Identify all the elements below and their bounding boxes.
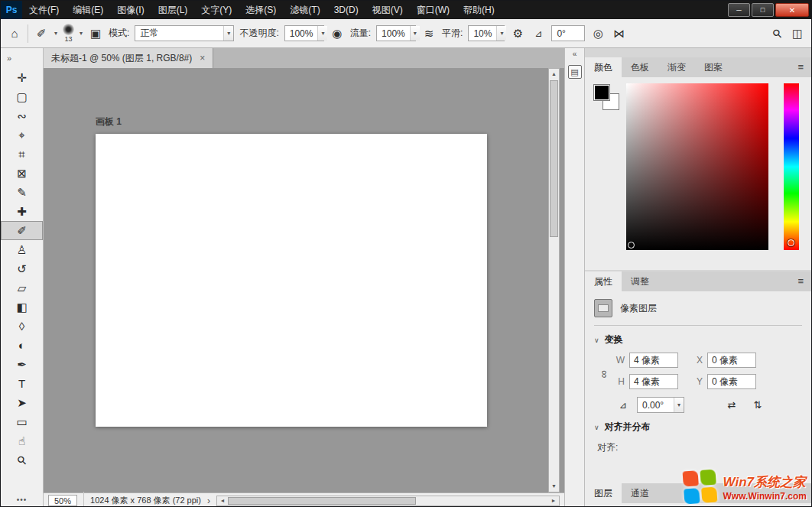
hue-slider[interactable] [784, 83, 799, 250]
edit-toolbar-button[interactable]: ••• [1, 496, 43, 504]
menu-view[interactable]: 视图(V) [365, 1, 410, 19]
lasso-tool[interactable]: ∾ [1, 106, 43, 125]
flip-horizontal-icon[interactable]: ⇄ [723, 399, 741, 411]
close-button[interactable]: ✕ [775, 3, 809, 17]
workspace-switcher-icon[interactable]: ◫ [790, 27, 805, 41]
link-dimensions[interactable]: ∞ [594, 353, 615, 395]
move-tool[interactable]: ✛ [1, 68, 43, 87]
minimize-button[interactable]: ─ [728, 3, 750, 17]
menu-3d[interactable]: 3D(D) [327, 1, 365, 19]
frame-tool[interactable]: ⊠ [1, 164, 43, 183]
zoom-level-field[interactable]: 50% [48, 495, 77, 506]
tab-patterns[interactable]: 图案 [695, 57, 732, 77]
menu-layer[interactable]: 图层(L) [151, 1, 195, 19]
smoothing-select[interactable]: 10% ▾ [468, 25, 505, 41]
hand-tool[interactable]: ☝ [1, 431, 43, 450]
maximize-button[interactable]: □ [752, 3, 774, 17]
menu-file[interactable]: 文件(F) [22, 1, 66, 19]
gradient-tool[interactable]: ◧ [1, 297, 43, 317]
width-field[interactable]: 4 像素 [629, 353, 678, 368]
paint-symmetry-icon[interactable]: ⋈ [611, 27, 626, 41]
tab-properties[interactable]: 属性 [585, 271, 622, 291]
menu-bar: Ps 文件(F) 编辑(E) 图像(I) 图层(L) 文字(Y) 选择(S) 滤… [1, 1, 811, 19]
tab-swatches[interactable]: 色板 [622, 57, 658, 77]
brush-settings-panel-icon[interactable]: ▣ [88, 27, 103, 41]
tab-color[interactable]: 颜色 [585, 57, 622, 77]
brush-angle-field[interactable]: 0° [551, 25, 585, 41]
scroll-left-icon[interactable]: ◄ [217, 498, 228, 503]
blur-tool[interactable]: ◊ [1, 317, 43, 336]
clone-stamp-tool[interactable]: ♙ [1, 240, 43, 259]
artboard[interactable] [96, 134, 487, 427]
menu-image[interactable]: 图像(I) [110, 1, 151, 19]
vertical-scroll-thumb[interactable] [550, 80, 558, 237]
menu-window[interactable]: 窗口(W) [410, 1, 456, 19]
hue-cursor[interactable] [788, 239, 794, 246]
tab-close-icon[interactable]: × [200, 53, 205, 63]
spot-healing-tool[interactable]: ✚ [1, 202, 43, 221]
crop-tool[interactable]: ⌗ [1, 145, 43, 164]
vertical-scrollbar[interactable]: ▲ ▼ [548, 68, 560, 492]
brush-tool[interactable]: ✐ [1, 221, 43, 240]
tools-collapse-button[interactable]: » [1, 48, 43, 68]
collapsed-history-panel-icon[interactable]: ▤ [568, 65, 582, 79]
menu-select[interactable]: 选择(S) [239, 1, 283, 19]
opacity-select[interactable]: 100% ▾ [284, 25, 324, 41]
pressure-opacity-icon[interactable]: ◉ [330, 27, 345, 41]
path-selection-tool[interactable]: ➤ [1, 393, 43, 412]
panel-menu-icon[interactable]: ≡ [790, 57, 811, 77]
opacity-value: 100% [290, 28, 313, 39]
tab-gradients[interactable]: 渐变 [658, 57, 695, 77]
brush-tool-preset-icon[interactable]: ✐ [34, 27, 49, 41]
color-picker-body [585, 77, 811, 270]
rectangle-tool[interactable]: ▭ [1, 412, 43, 431]
airbrush-icon[interactable]: ≋ [421, 27, 437, 41]
scroll-down-icon[interactable]: ▼ [549, 481, 559, 492]
blend-mode-select[interactable]: 正常 ▾ [135, 25, 234, 41]
menu-edit[interactable]: 编辑(E) [66, 1, 110, 19]
home-icon[interactable]: ⌂ [7, 27, 22, 40]
document-tab[interactable]: 未标题-1 @ 50% (图层 1, RGB/8#) × [44, 48, 213, 68]
canvas-area[interactable]: 画板 1 ▲ ▼ [44, 68, 564, 492]
saturation-brightness-field[interactable] [626, 83, 768, 250]
watermark-text: Win7系统之家 Www.Winwin7.com [723, 473, 807, 502]
flip-vertical-icon[interactable]: ⇅ [749, 399, 767, 411]
rotation-angle-select[interactable]: 0.00° ▾ [637, 397, 684, 413]
align-section-header[interactable]: ∨ 对齐并分布 [594, 421, 802, 434]
tab-channels[interactable]: 通道 [622, 483, 658, 503]
history-brush-tool[interactable]: ↺ [1, 259, 43, 278]
smoothing-options-gear-icon[interactable]: ⚙ [510, 27, 525, 41]
foreground-color-swatch[interactable] [594, 85, 609, 100]
scroll-right-icon[interactable]: ► [548, 498, 559, 503]
flow-select[interactable]: 100% ▾ [376, 25, 416, 41]
brush-preset-picker[interactable]: 13 [63, 24, 74, 43]
tab-layers[interactable]: 图层 [585, 483, 622, 503]
color-cursor[interactable] [628, 242, 635, 249]
dodge-tool[interactable]: ◐ [1, 336, 43, 355]
pen-tool[interactable]: ✒ [1, 355, 43, 374]
x-field[interactable]: 0 像素 [707, 353, 756, 368]
status-options-chevron[interactable]: › [207, 496, 210, 506]
zoom-tool[interactable]: ⚲ [1, 450, 43, 470]
chevron-down-icon: ▾ [677, 401, 680, 408]
transform-section-header[interactable]: ∨ 变换 [594, 333, 802, 346]
search-icon[interactable]: ⚲ [769, 27, 784, 41]
panel-menu-icon[interactable]: ≡ [790, 271, 811, 291]
pressure-size-icon[interactable]: ◎ [590, 27, 606, 41]
eyedropper-tool[interactable]: ✎ [1, 183, 43, 202]
horizontal-scrollbar[interactable]: ◄ ► [216, 496, 560, 506]
y-field[interactable]: 0 像素 [707, 374, 756, 389]
rectangular-marquee-tool[interactable]: ▢ [1, 87, 43, 106]
menu-type[interactable]: 文字(Y) [194, 1, 239, 19]
type-tool[interactable]: T [1, 374, 43, 393]
eraser-tool[interactable]: ▱ [1, 278, 43, 297]
dock-collapse-button[interactable]: « [565, 48, 584, 60]
menu-filter[interactable]: 滤镜(T) [283, 1, 326, 19]
height-field[interactable]: 4 像素 [629, 374, 678, 389]
object-selection-tool[interactable]: ⌖ [1, 125, 43, 145]
menu-help[interactable]: 帮助(H) [456, 1, 502, 19]
artboard-label[interactable]: 画板 1 [96, 115, 122, 128]
scroll-up-icon[interactable]: ▲ [549, 69, 559, 80]
horizontal-scroll-thumb[interactable] [228, 497, 416, 505]
tab-adjustments[interactable]: 调整 [622, 271, 658, 291]
